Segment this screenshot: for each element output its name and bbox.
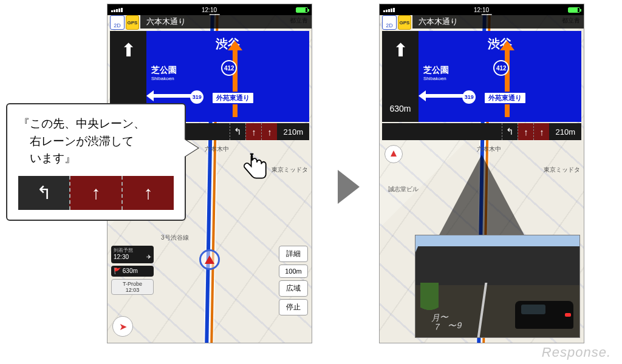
ahead-arrow-icon: ⬆ [393, 39, 408, 61]
zoom-detail-button[interactable]: 詳細 [279, 246, 308, 262]
lane-distance: 210m [555, 127, 575, 136]
tprobe-time: 12:03 [114, 287, 151, 293]
current-position-icon [199, 249, 220, 270]
battery-icon [568, 7, 580, 13]
eta-card[interactable]: 到着予想 12:30 ✈ [111, 246, 154, 263]
lane-guidance-strip[interactable]: ↰ ↑ ↑ 210m [382, 123, 581, 140]
route-shield-319: 319 [190, 90, 203, 104]
current-road-bar: 六本木通り [140, 15, 312, 29]
voice-callout: 『この先、中央レーン、 右レーンが渋滞して います』 ↰ ↑ ↑ [6, 103, 186, 221]
cross-road-label: 外苑東通り [484, 92, 527, 104]
lane-2-icon: ↑ [245, 123, 261, 140]
recenter-button[interactable]: ➤ [112, 316, 133, 337]
lane-icons: ↰ ↑ ↑ [502, 123, 549, 140]
gps-button[interactable]: GPS [126, 15, 139, 30]
tprobe-label: T-Probe [114, 281, 151, 287]
callout-line2: 右レーンが渋滞して [18, 133, 174, 150]
compass-icon[interactable] [384, 145, 403, 163]
road-marking-text: 月〜 7ゕ〜9ゕ [429, 311, 473, 332]
eta-time: 12:30 [114, 254, 129, 260]
sign-arrow-up-icon [233, 49, 238, 117]
current-road-bar: 六本木通り [412, 15, 584, 29]
callout-lane-graphic: ↰ ↑ ↑ [18, 176, 174, 210]
sign-dest-left: 芝公園 Shibakoen [423, 65, 449, 81]
map-text: 東京ミッドタ [544, 166, 580, 174]
streetview-photo[interactable]: 月〜 7ゕ〜9ゕ [415, 235, 580, 338]
view-2d-button[interactable]: 2D [382, 15, 397, 30]
status-time: 12:10 [474, 7, 489, 13]
status-time: 12:10 [202, 7, 217, 13]
plane-icon: ✈ [146, 254, 151, 261]
signal-icon [111, 8, 123, 12]
callout-line3: います』 [18, 150, 174, 167]
sign-dest-left-jp: 芝公園 [423, 65, 449, 75]
callout-line1: 『この先、中央レーン、 [18, 115, 174, 133]
lane-1-icon: ↰ [502, 123, 518, 140]
route-shield-319: 319 [462, 90, 476, 104]
gps-button[interactable]: GPS [398, 15, 411, 30]
map-text: 誠志堂ビル [388, 185, 419, 194]
info-stack: 到着予想 12:30 ✈ 🚩 630m T-Probe 12:03 [111, 246, 154, 295]
map-text: 六本木中 [477, 145, 501, 153]
signal-icon [383, 8, 395, 12]
transition-arrow-icon [338, 170, 360, 204]
view-2d-button[interactable]: 2D [110, 15, 125, 30]
sign-dest-left-en: Shibakoen [151, 76, 177, 81]
sign-dest-left-jp: 芝公園 [151, 65, 177, 75]
lane-3-icon: ↑ [533, 123, 549, 140]
sign-direction-panel: ⬆ 630m [382, 31, 419, 122]
stop-button[interactable]: 停止 [279, 299, 308, 315]
watermark: Response. [542, 345, 611, 360]
remaining-distance: 630m [123, 268, 138, 274]
sign-arrow-up-icon [505, 49, 510, 117]
lane-3-icon: ↑ [261, 123, 277, 140]
map-text: 3号渋谷線 [161, 234, 189, 242]
guidance-sign: ⬆ 630m 渋谷 芝公園 Shibakoen 412 319 外苑東通り [382, 31, 581, 122]
scale-indicator: 100m [279, 265, 308, 278]
zoom-wide-button[interactable]: 広域 [279, 280, 308, 297]
current-road-label: 六本木通り [419, 16, 458, 27]
sign-dest-left-en: Shibakoen [423, 76, 449, 81]
lane-distance: 210m [283, 127, 303, 136]
lane-icons: ↰ ↑ ↑ [230, 123, 277, 140]
battery-icon [296, 7, 308, 13]
map-zoom-buttons: 詳細 100m 広域 停止 [279, 246, 308, 315]
map-text: 六本木中 [205, 145, 229, 153]
callout-lane-3-icon: ↑ [121, 176, 174, 210]
map-text: 東京ミッドタ [272, 166, 308, 174]
photo-taillight [565, 313, 571, 317]
remaining-card[interactable]: 🚩 630m [111, 266, 154, 277]
sign-board: 渋谷 芝公園 Shibakoen 412 319 外苑東通り [419, 31, 581, 122]
phone-right: 12:10 六本木中 東京ミッドタ 誠志堂ビル 都立青 2D GPS 六本木通り… [379, 4, 584, 343]
ios-status-bar: 12:10 [108, 4, 312, 15]
lane-2-icon: ↑ [518, 123, 533, 140]
tprobe-card[interactable]: T-Probe 12:03 [111, 279, 154, 295]
eta-label: 到着予想 [114, 248, 151, 254]
ahead-arrow-icon: ⬆ [121, 39, 136, 61]
current-road-label: 六本木通り [146, 16, 186, 27]
ios-status-bar: 12:10 [380, 4, 584, 15]
callout-lane-2-icon: ↑ [69, 176, 121, 210]
sign-dest-left: 芝公園 Shibakoen [151, 65, 177, 81]
sign-distance: 630m [389, 104, 411, 113]
callout-lane-1-icon: ↰ [18, 176, 69, 210]
cross-road-label: 外苑東通り [211, 92, 255, 104]
lane-1-icon: ↰ [230, 123, 245, 140]
